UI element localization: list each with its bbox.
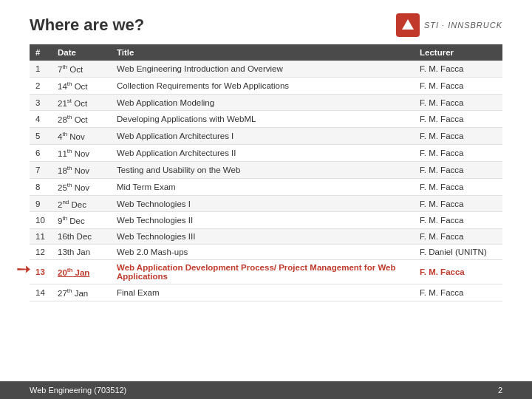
cell-date: 4th Nov	[52, 128, 111, 145]
table-row: 1427th JanFinal ExamF. M. Facca	[30, 284, 502, 301]
cell-date: 25th Nov	[52, 178, 111, 195]
cell-date: 27th Jan	[52, 284, 111, 301]
table-row: 109th DecWeb Technologies IIF. M. Facca	[30, 212, 502, 229]
cell-lecturer: F. M. Facca	[414, 229, 502, 245]
cell-num: 1	[30, 61, 52, 77]
cell-date: 16th Dec	[52, 229, 111, 245]
table-row: 1213th JanWeb 2.0 Mash-upsF. Daniel (UNI…	[30, 245, 502, 260]
cell-title: Web Engineering Introduction and Overvie…	[111, 61, 414, 77]
cell-num: 9	[30, 195, 52, 212]
header: Where are we? STI · INNSBRUCK	[0, 0, 532, 44]
cell-date: 11th Nov	[52, 145, 111, 162]
cell-lecturer: F. M. Facca	[414, 284, 502, 301]
cell-num: 11	[30, 229, 52, 245]
cell-num: 3	[30, 94, 52, 111]
table-row: 321st OctWeb Application ModelingF. M. F…	[30, 94, 502, 111]
cell-date: 20th Jan	[52, 260, 111, 284]
cell-num: 6	[30, 145, 52, 162]
cell-lecturer: F. M. Facca	[414, 195, 502, 212]
col-header-date: Date	[52, 44, 111, 61]
cell-lecturer: F. M. Facca	[414, 61, 502, 77]
cell-date: 9th Dec	[52, 212, 111, 229]
cell-num: 8	[30, 178, 52, 195]
table-row: 1116th DecWeb Technologies IIIF. M. Facc…	[30, 229, 502, 245]
cell-title: Web Application Architectures I	[111, 128, 414, 145]
cell-title: Collection Requirements for Web Applicat…	[111, 77, 414, 94]
cell-title: Web Application Architectures II	[111, 145, 414, 162]
cell-title: Web Technologies III	[111, 229, 414, 245]
cell-title: Web 2.0 Mash-ups	[111, 245, 414, 260]
col-header-lecturer: Lecturer	[414, 44, 502, 61]
cell-lecturer: F. M. Facca	[414, 145, 502, 162]
cell-num: 5	[30, 128, 52, 145]
col-header-title: Title	[111, 44, 414, 61]
cell-num: 14	[30, 284, 52, 301]
cell-lecturer: F. M. Facca	[414, 178, 502, 195]
cell-num: 7	[30, 161, 52, 178]
logo-area: STI · INNSBRUCK	[396, 13, 502, 37]
page: Where are we? STI · INNSBRUCK ➙ # Date T…	[0, 0, 532, 399]
cell-num: 2	[30, 77, 52, 94]
schedule-table: # Date Title Lecturer 17th OctWeb Engine…	[30, 44, 502, 301]
cell-date: 2nd Dec	[52, 195, 111, 212]
cell-title: Mid Term Exam	[111, 178, 414, 195]
logo-icon	[396, 13, 420, 37]
cell-title: Web Technologies I	[111, 195, 414, 212]
cell-lecturer: F. M. Facca	[414, 161, 502, 178]
cell-lecturer: F. M. Facca	[414, 212, 502, 229]
cell-lecturer: F. M. Facca	[414, 77, 502, 94]
cell-date: 28th Oct	[52, 111, 111, 128]
cell-num: 12	[30, 245, 52, 260]
table-row: 17th OctWeb Engineering Introduction and…	[30, 61, 502, 77]
cell-lecturer: F. M. Facca	[414, 260, 502, 284]
logo-text: STI · INNSBRUCK	[424, 21, 502, 30]
table-row: 1320th JanWeb Application Development Pr…	[30, 260, 502, 284]
cell-title: Developing Applications with WebML	[111, 111, 414, 128]
cell-lecturer: F. Daniel (UNITN)	[414, 245, 502, 260]
cell-title: Web Technologies II	[111, 212, 414, 229]
table-row: 54th NovWeb Application Architectures IF…	[30, 128, 502, 145]
cell-title: Web Application Modeling	[111, 94, 414, 111]
table-row: 718th NovTesting and Usability on the We…	[30, 161, 502, 178]
col-header-num: #	[30, 44, 52, 61]
cell-num: 10	[30, 212, 52, 229]
table-row: 428th OctDeveloping Applications with We…	[30, 111, 502, 128]
svg-marker-0	[402, 19, 414, 30]
cell-date: 21st Oct	[52, 94, 111, 111]
cell-date: 13th Jan	[52, 245, 111, 260]
table-header-row: # Date Title Lecturer	[30, 44, 502, 61]
cell-lecturer: F. M. Facca	[414, 128, 502, 145]
footer-left: Web Engineering (703512)	[30, 386, 126, 395]
table-container: # Date Title Lecturer 17th OctWeb Engine…	[0, 44, 532, 301]
cell-title: Final Exam	[111, 284, 414, 301]
table-row: 92nd DecWeb Technologies IF. M. Facca	[30, 195, 502, 212]
cell-lecturer: F. M. Facca	[414, 94, 502, 111]
cell-date: 14th Oct	[52, 77, 111, 94]
cell-num: 4	[30, 111, 52, 128]
footer-right: 2	[498, 386, 502, 395]
table-row: 214th OctCollection Requirements for Web…	[30, 77, 502, 94]
footer: Web Engineering (703512) 2	[0, 381, 532, 399]
cell-date: 7th Oct	[52, 61, 111, 77]
cell-date: 18th Nov	[52, 161, 111, 178]
cell-title: Testing and Usability on the Web	[111, 161, 414, 178]
cell-num: 13	[30, 260, 52, 284]
page-title: Where are we?	[30, 16, 144, 35]
cell-title: Web Application Development Process/ Pro…	[111, 260, 414, 284]
table-row: 611th NovWeb Application Architectures I…	[30, 145, 502, 162]
cell-lecturer: F. M. Facca	[414, 111, 502, 128]
table-row: 825th NovMid Term ExamF. M. Facca	[30, 178, 502, 195]
